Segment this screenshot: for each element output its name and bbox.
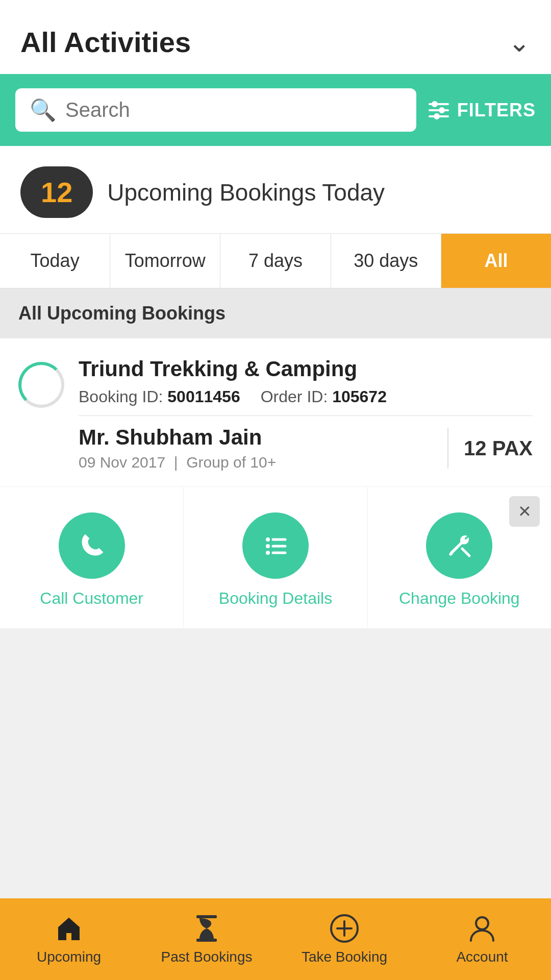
customer-meta: 09 Nov 2017 | Group of 10+ bbox=[79, 454, 432, 471]
close-button[interactable]: ✕ bbox=[509, 496, 540, 527]
nav-item-upcoming[interactable]: Upcoming bbox=[0, 898, 138, 980]
count-badge: 12 bbox=[20, 166, 93, 218]
booking-card-main: Triund Trekking & Camping Booking ID: 50… bbox=[0, 338, 551, 486]
svg-point-8 bbox=[266, 544, 270, 548]
pax-count: 12 PAX bbox=[464, 437, 533, 460]
svg-point-18 bbox=[476, 917, 488, 929]
order-id: Order ID: 105672 bbox=[261, 387, 387, 406]
header: All Activities ⌄ bbox=[0, 0, 551, 74]
section-header: All Upcoming Bookings bbox=[0, 288, 551, 338]
svg-point-3 bbox=[432, 102, 437, 107]
nav-label-take: Take Booking bbox=[302, 949, 387, 965]
filters-icon bbox=[427, 98, 451, 122]
nav-label-upcoming: Upcoming bbox=[37, 949, 101, 965]
booking-ids: Booking ID: 50011456 Order ID: 105672 bbox=[79, 387, 533, 416]
filters-label: FILTERS bbox=[457, 100, 536, 121]
count-label: Upcoming Bookings Today bbox=[107, 179, 385, 206]
page-title: All Activities bbox=[20, 26, 191, 59]
nav-item-take[interactable]: Take Booking bbox=[276, 898, 413, 980]
customer-group: Group of 10+ bbox=[186, 454, 276, 471]
tab-all[interactable]: All bbox=[441, 234, 551, 288]
call-customer-button[interactable]: Call Customer bbox=[0, 487, 184, 628]
booking-id-value: 50011456 bbox=[167, 387, 240, 406]
search-input-wrap: 🔍 bbox=[15, 88, 416, 132]
tools-icon bbox=[426, 512, 492, 579]
hourglass-icon bbox=[192, 913, 221, 944]
call-customer-label: Call Customer bbox=[40, 589, 143, 608]
tab-tomorrow[interactable]: Tomorrow bbox=[110, 234, 220, 288]
content-spacer bbox=[0, 629, 551, 898]
booking-customer-info: Mr. Shubham Jain 09 Nov 2017 | Group of … bbox=[79, 425, 432, 471]
nav-item-past[interactable]: Past Bookings bbox=[138, 898, 276, 980]
svg-rect-13 bbox=[196, 915, 217, 918]
search-icon: 🔍 bbox=[30, 97, 56, 122]
bookings-count-row: 12 Upcoming Bookings Today bbox=[0, 146, 551, 233]
change-booking-label: Change Booking bbox=[399, 589, 520, 608]
count-number: 12 bbox=[41, 176, 72, 208]
filters-button[interactable]: FILTERS bbox=[427, 98, 536, 122]
tab-30days[interactable]: 30 days bbox=[331, 234, 441, 288]
svg-point-5 bbox=[434, 114, 439, 119]
action-bar: ✕ Call Customer Book bbox=[0, 486, 551, 628]
svg-point-10 bbox=[266, 551, 270, 555]
customer-name: Mr. Shubham Jain bbox=[79, 425, 432, 450]
order-id-value: 105672 bbox=[332, 387, 387, 406]
nav-item-account[interactable]: Account bbox=[413, 898, 551, 980]
person-icon bbox=[467, 913, 497, 944]
tab-today[interactable]: Today bbox=[0, 234, 110, 288]
bottom-nav: Upcoming Past Bookings Take Booking bbox=[0, 898, 551, 980]
search-bar: 🔍 FILTERS bbox=[0, 74, 551, 146]
svg-rect-14 bbox=[196, 939, 217, 942]
svg-line-12 bbox=[462, 549, 469, 556]
booking-details-button[interactable]: Booking Details bbox=[184, 487, 367, 628]
tab-7days[interactable]: 7 days bbox=[220, 234, 331, 288]
booking-title: Triund Trekking & Camping bbox=[79, 357, 533, 381]
booking-id: Booking ID: 50011456 bbox=[79, 387, 240, 406]
phone-icon bbox=[59, 512, 125, 579]
pax-divider bbox=[447, 428, 448, 469]
chevron-down-icon[interactable]: ⌄ bbox=[508, 27, 531, 58]
svg-point-4 bbox=[439, 108, 444, 113]
nav-label-account: Account bbox=[456, 949, 508, 965]
svg-point-6 bbox=[266, 537, 270, 542]
plus-circle-icon bbox=[329, 913, 360, 944]
list-icon bbox=[242, 512, 309, 579]
loading-spinner bbox=[18, 362, 64, 408]
search-input[interactable] bbox=[65, 99, 402, 121]
tabs: Today Tomorrow 7 days 30 days All bbox=[0, 233, 551, 288]
booking-details-label: Booking Details bbox=[219, 589, 332, 608]
booking-info: Triund Trekking & Camping Booking ID: 50… bbox=[79, 357, 533, 471]
booking-card: Triund Trekking & Camping Booking ID: 50… bbox=[0, 338, 551, 628]
nav-label-past: Past Bookings bbox=[161, 949, 253, 965]
customer-date: 09 Nov 2017 bbox=[79, 454, 165, 471]
home-icon bbox=[54, 913, 84, 944]
booking-customer-row: Mr. Shubham Jain 09 Nov 2017 | Group of … bbox=[79, 425, 533, 471]
